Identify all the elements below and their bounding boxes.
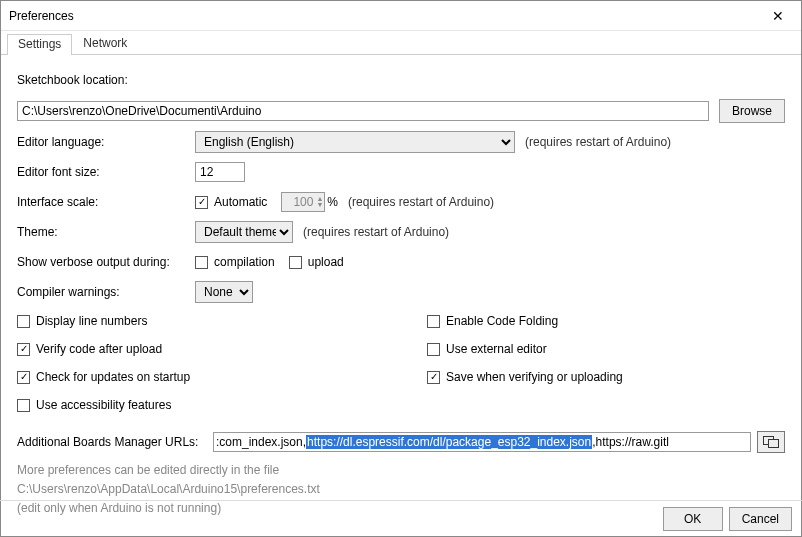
use-external-editor-label: Use external editor <box>446 342 547 356</box>
display-line-numbers-label: Display line numbers <box>36 314 147 328</box>
scale-value: 100 <box>282 195 315 209</box>
checkbox-icon <box>427 343 440 356</box>
theme-label: Theme: <box>17 225 195 239</box>
verify-after-upload-checkbox[interactable]: ✓Verify code after upload <box>17 342 162 356</box>
additional-urls-input[interactable]: :com_index.json,https://dl.espressif.com… <box>213 432 751 452</box>
compiler-warnings-label: Compiler warnings: <box>17 285 195 299</box>
enable-code-folding-label: Enable Code Folding <box>446 314 558 328</box>
urls-pre: :com_index.json, <box>216 435 306 449</box>
additional-urls-label: Additional Boards Manager URLs: <box>17 435 207 449</box>
check-icon: ✓ <box>17 343 30 356</box>
browse-button[interactable]: Browse <box>719 99 785 123</box>
urls-post: ,https://raw.gitl <box>592 435 669 449</box>
expand-urls-button[interactable] <box>757 431 785 453</box>
svg-rect-1 <box>769 440 779 448</box>
save-when-verifying-label: Save when verifying or uploading <box>446 370 623 384</box>
accessibility-checkbox[interactable]: Use accessibility features <box>17 398 171 412</box>
spinner-icon: ▲▼ <box>315 196 324 208</box>
verify-after-upload-label: Verify code after upload <box>36 342 162 356</box>
ok-button[interactable]: OK <box>663 507 723 531</box>
font-size-label: Editor font size: <box>17 165 195 179</box>
restart-note-2: (requires restart of Arduino) <box>348 195 494 209</box>
hint-line1: More preferences can be edited directly … <box>17 461 785 480</box>
tab-network[interactable]: Network <box>72 33 138 54</box>
use-external-editor-checkbox[interactable]: Use external editor <box>427 342 547 356</box>
compilation-checkbox[interactable]: compilation <box>195 255 275 269</box>
check-icon: ✓ <box>17 371 30 384</box>
sketchbook-label: Sketchbook location: <box>17 73 128 87</box>
scale-spinner[interactable]: 100 ▲▼ <box>281 192 325 212</box>
upload-label: upload <box>308 255 344 269</box>
editor-language-label: Editor language: <box>17 135 195 149</box>
checkbox-icon <box>17 399 30 412</box>
save-when-verifying-checkbox[interactable]: ✓Save when verifying or uploading <box>427 370 623 384</box>
window-icon <box>763 436 779 448</box>
restart-note: (requires restart of Arduino) <box>525 135 671 149</box>
automatic-label: Automatic <box>214 195 267 209</box>
verbose-label: Show verbose output during: <box>17 255 195 269</box>
urls-selected: https://dl.espressif.com/dl/package_esp3… <box>306 435 592 449</box>
display-line-numbers-checkbox[interactable]: Display line numbers <box>17 314 147 328</box>
compilation-label: compilation <box>214 255 275 269</box>
window-title: Preferences <box>9 9 74 23</box>
checkbox-icon <box>195 256 208 269</box>
hint-line2: C:\Users\renzo\AppData\Local\Arduino15\p… <box>17 480 785 499</box>
checkbox-icon <box>427 315 440 328</box>
check-updates-checkbox[interactable]: ✓Check for updates on startup <box>17 370 190 384</box>
cancel-button[interactable]: Cancel <box>729 507 792 531</box>
checkbox-icon <box>17 315 30 328</box>
percent-label: % <box>327 195 338 209</box>
upload-checkbox[interactable]: upload <box>289 255 344 269</box>
check-updates-label: Check for updates on startup <box>36 370 190 384</box>
checkbox-icon <box>289 256 302 269</box>
accessibility-label: Use accessibility features <box>36 398 171 412</box>
close-icon: ✕ <box>772 8 784 24</box>
restart-note-3: (requires restart of Arduino) <box>303 225 449 239</box>
automatic-checkbox[interactable]: ✓ Automatic <box>195 195 267 209</box>
sketchbook-input[interactable] <box>17 101 709 121</box>
font-size-input[interactable] <box>195 162 245 182</box>
editor-language-select[interactable]: English (English) <box>195 131 515 153</box>
check-icon: ✓ <box>427 371 440 384</box>
interface-scale-label: Interface scale: <box>17 195 195 209</box>
tab-settings[interactable]: Settings <box>7 34 72 55</box>
compiler-warnings-select[interactable]: None <box>195 281 253 303</box>
theme-select[interactable]: Default theme <box>195 221 293 243</box>
check-icon: ✓ <box>195 196 208 209</box>
close-button[interactable]: ✕ <box>755 1 801 31</box>
enable-code-folding-checkbox[interactable]: Enable Code Folding <box>427 314 558 328</box>
